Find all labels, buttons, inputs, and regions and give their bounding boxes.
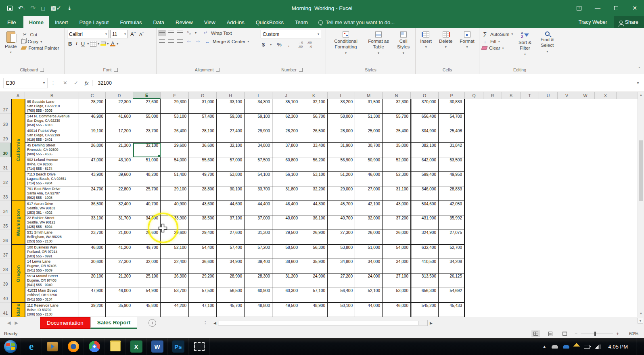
cell-D28[interactable]: 41,600 xyxy=(106,114,133,128)
row-header-29[interactable]: 29 xyxy=(0,128,11,143)
collapse-ribbon-icon[interactable]: ˆ xyxy=(639,67,640,71)
col-header-F[interactable]: F xyxy=(161,92,189,99)
cell-I37[interactable]: 57,200 xyxy=(245,244,272,259)
format-painter-button[interactable]: Format Painter xyxy=(21,46,59,50)
font-dialog-launcher[interactable] xyxy=(114,68,118,72)
cell-G41[interactable]: 47,100 xyxy=(189,303,217,317)
col-header-I[interactable]: I xyxy=(245,92,272,99)
cell-B35[interactable]: 22 Rainier StreetSeattle, WA 98121(425) … xyxy=(25,215,79,230)
cell-F30[interactable]: 29,600 xyxy=(161,143,189,157)
cell-G37[interactable]: 54,400 xyxy=(189,244,217,259)
cell-C28[interactable]: 46,900 xyxy=(79,114,106,128)
row-header-35[interactable]: 35 xyxy=(0,215,11,230)
decrease-indent-icon[interactable]: ⇦ xyxy=(186,38,192,44)
cell-K28[interactable]: 56,700 xyxy=(300,114,328,128)
cell-H35[interactable]: 37,100 xyxy=(217,215,245,230)
cell-I35[interactable]: 37,000 xyxy=(245,215,272,230)
cell-N32[interactable]: 52,300 xyxy=(383,172,411,186)
cell-B28[interactable]: 144 N. Commerce AvenueSan Diego, CA 9223… xyxy=(25,114,79,128)
cell-C31[interactable]: 47,000 xyxy=(79,157,106,172)
cell-F37[interactable]: 52,100 xyxy=(161,244,189,259)
excel-taskbar-icon[interactable]: X xyxy=(126,338,147,355)
cancel-entry-icon[interactable]: ✕ xyxy=(63,80,67,86)
state-band-oregon[interactable]: Oregon xyxy=(11,244,25,303)
cell-F32[interactable]: 51,400 xyxy=(161,172,189,186)
cell-J32[interactable]: 56,100 xyxy=(272,172,300,186)
dropbox-icon[interactable] xyxy=(573,343,580,350)
cell-O27[interactable]: 370,000 xyxy=(411,99,439,114)
cell-C32[interactable]: 43,900 xyxy=(79,172,106,186)
cell-styles-button[interactable]: Cell Styles▾ xyxy=(394,30,413,66)
col-header-R[interactable]: R xyxy=(483,92,502,99)
increase-font-icon[interactable]: Aˆ xyxy=(129,31,137,37)
cell-N35[interactable]: 37,200 xyxy=(383,215,411,230)
fill-color-button[interactable] xyxy=(100,42,106,46)
cell-O35[interactable]: 431,900 xyxy=(411,215,439,230)
cell-N27[interactable]: 32,300 xyxy=(383,99,411,114)
cell-F40[interactable]: 53,700 xyxy=(161,288,189,303)
cell-G31[interactable]: 55,600 xyxy=(189,157,217,172)
cell-J29[interactable]: 28,200 xyxy=(272,128,300,143)
cell-M31[interactable]: 50,900 xyxy=(355,157,383,172)
cell-M38[interactable]: 34,000 xyxy=(355,259,383,274)
cloud-sync-icon[interactable] xyxy=(563,345,569,349)
snip-region-taskbar-icon[interactable] xyxy=(189,338,210,355)
cell-I28[interactable]: 59,100 xyxy=(245,114,272,128)
cell-F33[interactable]: 29,100 xyxy=(161,186,189,201)
orientation-icon[interactable]: ⤡ xyxy=(186,30,192,36)
cell-K39[interactable]: 24,900 xyxy=(300,274,328,288)
cell-I40[interactable]: 60,900 xyxy=(245,288,272,303)
increase-indent-icon[interactable]: ⇨ xyxy=(195,38,201,44)
cell-C34[interactable]: 36,500 xyxy=(79,201,106,215)
font-name-select[interactable]: Calibri▾ xyxy=(67,30,109,38)
cell-E38[interactable]: 32,000 xyxy=(133,259,161,274)
cell-O32[interactable]: 599,400 xyxy=(411,172,439,186)
cell-N28[interactable]: 55,700 xyxy=(383,114,411,128)
cell-B32[interactable]: 7113 Beach DriveLaguna Beach, CA 92651(7… xyxy=(25,172,79,186)
user-name[interactable]: Tracy Weber xyxy=(572,19,614,25)
cell-D38[interactable]: 27,300 xyxy=(106,259,133,274)
tab-review[interactable]: Review xyxy=(170,16,199,28)
cell-C38[interactable]: 30,600 xyxy=(79,259,106,274)
cell-B31[interactable]: 902 Leland AvenueIrvine, CA 92606(714) 5… xyxy=(25,157,79,172)
number-format-select[interactable]: Custom▾ xyxy=(261,30,321,38)
cell-G30[interactable]: 36,600 xyxy=(189,143,217,157)
cell-K40[interactable]: 57,100 xyxy=(300,288,328,303)
cell-L38[interactable]: 34,800 xyxy=(328,259,355,274)
cell-N33[interactable]: 31,100 xyxy=(383,186,411,201)
cell-B29[interactable]: 40014 Patriot WaySan Diego, CA 92199(619… xyxy=(25,128,79,143)
page-layout-view-button[interactable] xyxy=(546,330,555,337)
cell-H38[interactable]: 34,900 xyxy=(217,259,245,274)
print-preview-icon[interactable]: ▩✓ xyxy=(50,4,61,12)
cell-G27[interactable]: 31,000 xyxy=(189,99,217,114)
new-file-icon[interactable]: □ xyxy=(41,5,45,12)
cell-J31[interactable]: 60,800 xyxy=(272,157,300,172)
zoom-slider[interactable] xyxy=(581,334,613,334)
col-header-C[interactable]: C xyxy=(79,92,106,99)
minimize-button[interactable]: — xyxy=(588,0,607,16)
cell-I31[interactable]: 57,500 xyxy=(245,157,272,172)
cell-H37[interactable]: 57,400 xyxy=(217,244,245,259)
cell-B40[interactable]: 41033 Main StreetAshland, OR 97250(541) … xyxy=(25,288,79,303)
col-header-W[interactable]: W xyxy=(576,92,595,99)
cell-M35[interactable]: 32,000 xyxy=(355,215,383,230)
tab-data[interactable]: Data xyxy=(148,16,170,28)
cell-E33[interactable]: 25,700 xyxy=(133,186,161,201)
col-header-M[interactable]: M xyxy=(355,92,383,99)
cell-G39[interactable]: 29,200 xyxy=(189,274,217,288)
cell-J30[interactable]: 37,800 xyxy=(272,143,300,157)
formula-bar-grip[interactable]: ⋮ xyxy=(48,80,59,86)
cell-H30[interactable]: 32,100 xyxy=(217,143,245,157)
horizontal-scrollbar[interactable]: ◀ ▶ xyxy=(211,320,434,326)
cell-L39[interactable]: 27,200 xyxy=(328,274,355,288)
cell-C30[interactable]: 26,800 xyxy=(79,143,106,157)
scroll-up-icon[interactable]: ▲ xyxy=(638,92,644,98)
cell-K32[interactable]: 53,100 xyxy=(300,172,328,186)
cell-K33[interactable]: 32,200 xyxy=(300,186,328,201)
cell-P36[interactable]: 27,075 xyxy=(439,230,465,244)
cell-C37[interactable]: 46,800 xyxy=(79,244,106,259)
cell-L37[interactable]: 53,800 xyxy=(328,244,355,259)
cell-P32[interactable]: 49,950 xyxy=(439,172,465,186)
scroll-down-icon[interactable]: ▼ xyxy=(638,311,644,317)
align-center-icon[interactable] xyxy=(168,39,174,44)
